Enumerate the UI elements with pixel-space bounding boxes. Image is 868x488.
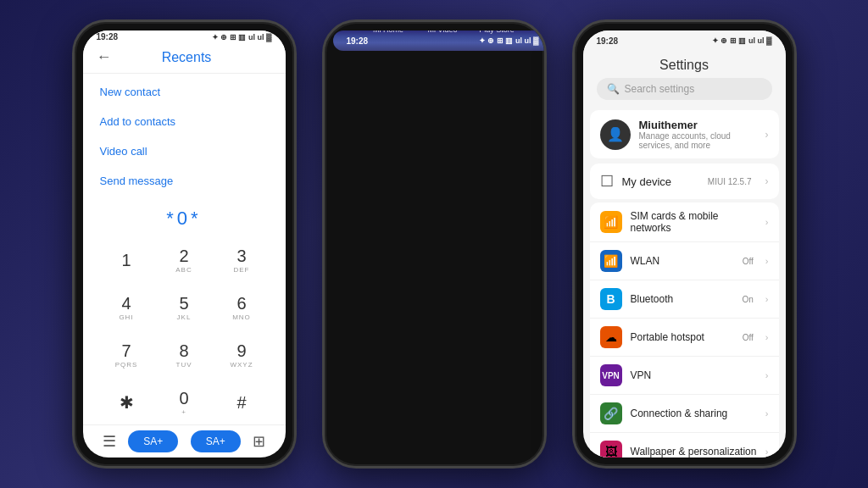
vpn-chevron-icon: › bbox=[765, 370, 769, 380]
settings-body: 👤 Miuithemer Manage accounts, cloud serv… bbox=[583, 105, 786, 458]
dial-key-4[interactable]: 4GHI bbox=[99, 286, 153, 330]
settings-item-hotspot[interactable]: ☁ Portable hotspot Off › bbox=[590, 319, 779, 357]
phone-recents: 19:28 ✦ ⊕ ⊞ ▥ ul ul ▓ ← Recents New cont… bbox=[72, 19, 297, 469]
dial-key-1[interactable]: 1 bbox=[99, 238, 153, 282]
add-contacts-action[interactable]: Add to contacts bbox=[83, 107, 286, 136]
settings-item-vpn[interactable]: VPN VPN › bbox=[590, 357, 779, 395]
menu-icon[interactable]: ☰ bbox=[103, 432, 116, 451]
phone1-screen: 19:28 ✦ ⊕ ⊞ ▥ ul ul ▓ ← Recents New cont… bbox=[83, 30, 286, 458]
phone3-screen: 19:28 ✦ ⊕ ⊞ ▥ ul ul ▓ Settings 🔍 Search … bbox=[583, 30, 786, 458]
profile-avatar: 👤 bbox=[600, 119, 631, 150]
phone1-header: ← Recents bbox=[83, 43, 286, 74]
mi-home-label: Mi Home bbox=[373, 30, 403, 34]
search-icon: 🔍 bbox=[607, 83, 620, 95]
dial-key-hash[interactable]: # bbox=[214, 380, 269, 424]
send-message-action[interactable]: Send message bbox=[83, 166, 286, 196]
dial-key-2[interactable]: 2ABC bbox=[157, 238, 211, 282]
dialpad-bottom-bar: ☰ SA+ SA+ ⊞ bbox=[83, 424, 286, 458]
bluetooth-icon: B bbox=[600, 288, 622, 310]
settings-profile[interactable]: 👤 Miuithemer Manage accounts, cloud serv… bbox=[590, 110, 779, 158]
wlan-icon: 📶 bbox=[600, 250, 622, 272]
dial-input-display: *0* bbox=[166, 208, 201, 230]
dial-key-7[interactable]: 7PQRS bbox=[99, 333, 153, 377]
phone-settings: 19:28 ✦ ⊕ ⊞ ▥ ul ul ▓ Settings 🔍 Search … bbox=[572, 19, 797, 469]
connection-chevron-icon: › bbox=[765, 408, 769, 419]
vpn-icon: VPN bbox=[600, 364, 622, 386]
search-placeholder: Search settings bbox=[625, 83, 695, 95]
sa-button-1[interactable]: SA+ bbox=[128, 430, 178, 452]
hotspot-icon: ☁ bbox=[600, 326, 622, 348]
new-contact-action[interactable]: New contact bbox=[83, 77, 286, 107]
wallpaper-label: Wallpaper & personalization bbox=[631, 446, 757, 458]
profile-info: Miuithemer Manage accounts, cloud servic… bbox=[639, 119, 757, 150]
sim-icon: 📶 bbox=[600, 211, 622, 233]
sim-label: SIM cards & mobile networks bbox=[631, 210, 757, 234]
hotspot-value: Off bbox=[743, 333, 754, 342]
profile-chevron-icon: › bbox=[765, 129, 769, 141]
dial-key-0[interactable]: 0+ bbox=[157, 380, 211, 424]
status-bar-phone3: 19:28 ✦ ⊕ ⊞ ▥ ul ul ▓ bbox=[583, 30, 786, 51]
settings-section-connectivity: 📶 SIM cards & mobile networks › 📶 WLAN O… bbox=[590, 202, 779, 458]
my-device-row[interactable]: ☐ My device MIUI 12.5.7 › bbox=[590, 164, 779, 199]
device-icon: ☐ bbox=[600, 172, 614, 191]
wlan-chevron-icon: › bbox=[765, 256, 769, 266]
profile-name: Miuithemer bbox=[639, 119, 757, 131]
bluetooth-label: Bluetooth bbox=[631, 293, 734, 305]
settings-header: Settings 🔍 Search settings bbox=[583, 51, 786, 105]
vpn-label: VPN bbox=[631, 369, 757, 381]
bluetooth-value: On bbox=[742, 295, 753, 304]
connection-sharing-label: Connection & sharing bbox=[631, 408, 757, 419]
dial-key-star[interactable]: ✱ bbox=[99, 380, 153, 424]
wallpaper-chevron-icon: › bbox=[765, 446, 769, 457]
recents-title: Recents bbox=[122, 50, 252, 65]
hotspot-label: Portable hotspot bbox=[631, 331, 734, 343]
app-dock: ⏺ ScreenRecorder ⬇ Downloads 📁 FileManag… bbox=[333, 30, 547, 51]
hotspot-chevron-icon: › bbox=[765, 332, 769, 342]
bluetooth-chevron-icon: › bbox=[765, 294, 769, 304]
device-chevron-icon: › bbox=[765, 175, 769, 187]
video-call-action[interactable]: Video call bbox=[83, 136, 286, 166]
status-bar-phone1: 19:28 ✦ ⊕ ⊞ ▥ ul ul ▓ bbox=[83, 30, 286, 43]
play-store-label: Play Store bbox=[479, 30, 515, 34]
phone1-actions: New contact Add to contacts Video call S… bbox=[83, 74, 286, 199]
device-label: My device bbox=[622, 175, 699, 188]
app-row-2: M Mi Home ▶ Mi Video ▶ Play Store bbox=[340, 30, 546, 34]
dialpad-area: *0* 1 2ABC 3DEF 4GHI 5JKL 6MNO 7PQRS 8TU… bbox=[83, 199, 286, 424]
wlan-value: Off bbox=[743, 257, 754, 266]
dial-key-3[interactable]: 3DEF bbox=[214, 238, 269, 282]
wallpaper-icon: 🖼 bbox=[600, 441, 622, 458]
sim-chevron-icon: › bbox=[765, 217, 769, 227]
phone2-screen: 19:28 ✦ ⊕ ⊞ ▥ ul ul ▓ 🧗 Miuithemer ⏺ bbox=[333, 30, 547, 51]
sa-button-2[interactable]: SA+ bbox=[191, 430, 241, 452]
app-play-store[interactable]: ▶ Play Store bbox=[478, 30, 515, 34]
status-icons-phone1: ✦ ⊕ ⊞ ▥ ul ul ▓ bbox=[212, 33, 272, 42]
back-arrow-icon[interactable]: ← bbox=[97, 48, 112, 66]
wlan-label: WLAN bbox=[631, 255, 734, 267]
dial-key-8[interactable]: 8TUV bbox=[157, 333, 211, 377]
time-phone1: 19:28 bbox=[97, 32, 119, 42]
status-icons-phone3: ✦ ⊕ ⊞ ▥ ul ul ▓ bbox=[712, 36, 772, 45]
device-version: MIUI 12.5.7 bbox=[708, 177, 752, 186]
settings-item-wallpaper[interactable]: 🖼 Wallpaper & personalization › bbox=[590, 433, 779, 458]
dial-key-5[interactable]: 5JKL bbox=[157, 286, 211, 330]
phone-home: 19:28 ✦ ⊕ ⊞ ▥ ul ul ▓ 🧗 Miuithemer ⏺ bbox=[322, 19, 547, 469]
time-phone3: 19:28 bbox=[597, 36, 619, 46]
settings-search-box[interactable]: 🔍 Search settings bbox=[597, 78, 772, 100]
app-mi-video[interactable]: ▶ Mi Video bbox=[424, 30, 461, 34]
settings-item-wlan[interactable]: 📶 WLAN Off › bbox=[590, 242, 779, 280]
settings-title: Settings bbox=[597, 58, 772, 73]
settings-item-connection-sharing[interactable]: 🔗 Connection & sharing › bbox=[590, 395, 779, 433]
dial-key-6[interactable]: 6MNO bbox=[214, 286, 269, 330]
app-mi-home[interactable]: M Mi Home bbox=[370, 30, 407, 34]
mi-video-label: Mi Video bbox=[428, 30, 458, 34]
dial-key-9[interactable]: 9WXYZ bbox=[214, 333, 269, 377]
keypad-icon[interactable]: ⊞ bbox=[253, 432, 265, 451]
connection-sharing-icon: 🔗 bbox=[600, 402, 622, 424]
settings-item-sim[interactable]: 📶 SIM cards & mobile networks › bbox=[590, 202, 779, 242]
settings-item-bluetooth[interactable]: B Bluetooth On › bbox=[590, 280, 779, 319]
profile-desc: Manage accounts, cloud services, and mor… bbox=[639, 131, 757, 150]
dialpad-grid: 1 2ABC 3DEF 4GHI 5JKL 6MNO 7PQRS 8TUV 9W… bbox=[99, 238, 269, 424]
